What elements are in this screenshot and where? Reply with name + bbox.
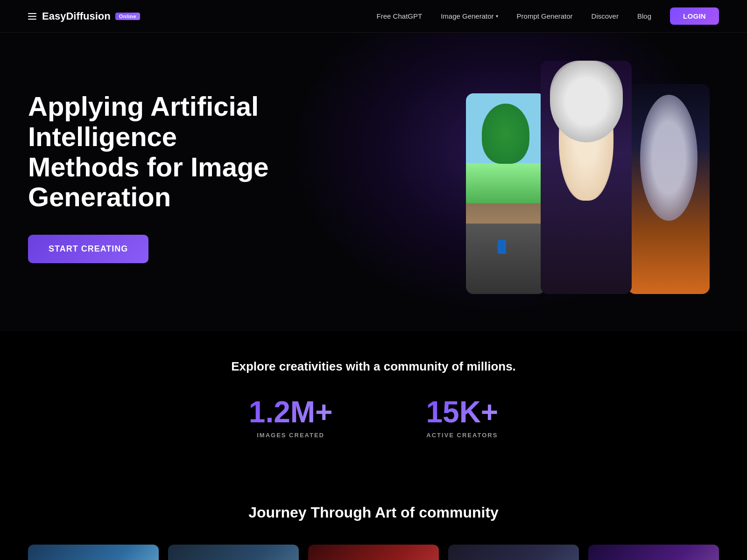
community-thumb-5 [588,545,719,560]
nav-item-chatgpt[interactable]: Free ChatGPT [377,12,423,21]
hero-title: Applying Artificial Intelligence Methods… [28,91,289,213]
hero-section: Applying Artificial Intelligence Methods… [0,33,747,331]
images-created-number: 1.2M+ [249,397,333,427]
community-thumb-1 [28,545,159,560]
logo[interactable]: EasyDiffusion Online [28,10,140,22]
community-title: Journey Through Art of community [28,504,719,521]
nav-item-discover[interactable]: Discover [592,12,619,21]
anime-girl-image [541,61,632,294]
images-created-label: IMAGES CREATED [249,432,333,439]
hero-content: Applying Artificial Intelligence Methods… [28,91,289,264]
community-thumb-4 [448,545,579,560]
start-creating-button[interactable]: START CREATING [28,235,148,263]
community-thumb-2 [168,545,299,560]
login-button-item[interactable]: LOGIN [670,7,719,25]
logo-badge: Online [115,13,140,20]
landscape-image [466,93,545,294]
stat-active-creators: 15K+ ACTIVE CREATORS [426,397,498,439]
hero-image-cat-astronaut [628,84,710,294]
cat-astronaut-image [628,84,710,294]
navbar: EasyDiffusion Online Free ChatGPT Image … [0,0,747,33]
stat-images-created: 1.2M+ IMAGES CREATED [249,397,333,439]
community-section: Journey Through Art of community [0,476,747,560]
nav-item-blog[interactable]: Blog [637,12,651,21]
stats-section: Explore creativities with a community of… [0,331,747,476]
nav-item-image-generator[interactable]: Image Generator ▾ [441,12,498,20]
community-thumb-3 [308,545,439,560]
stats-row: 1.2M+ IMAGES CREATED 15K+ ACTIVE CREATOR… [28,397,719,439]
stats-tagline: Explore creativities with a community of… [28,359,719,374]
logo-text: EasyDiffusion [42,10,111,22]
nav-item-prompt-generator[interactable]: Prompt Generator [517,12,573,21]
hero-images [466,61,710,294]
chevron-down-icon: ▾ [496,14,498,19]
menu-icon [28,13,36,20]
login-button[interactable]: LOGIN [670,7,719,25]
community-grid [28,545,719,560]
active-creators-number: 15K+ [426,397,498,427]
nav-links: Free ChatGPT Image Generator ▾ Prompt Ge… [377,7,719,25]
hero-image-anime-girl [541,61,632,294]
active-creators-label: ACTIVE CREATORS [426,432,498,439]
hero-image-landscape [466,93,545,294]
